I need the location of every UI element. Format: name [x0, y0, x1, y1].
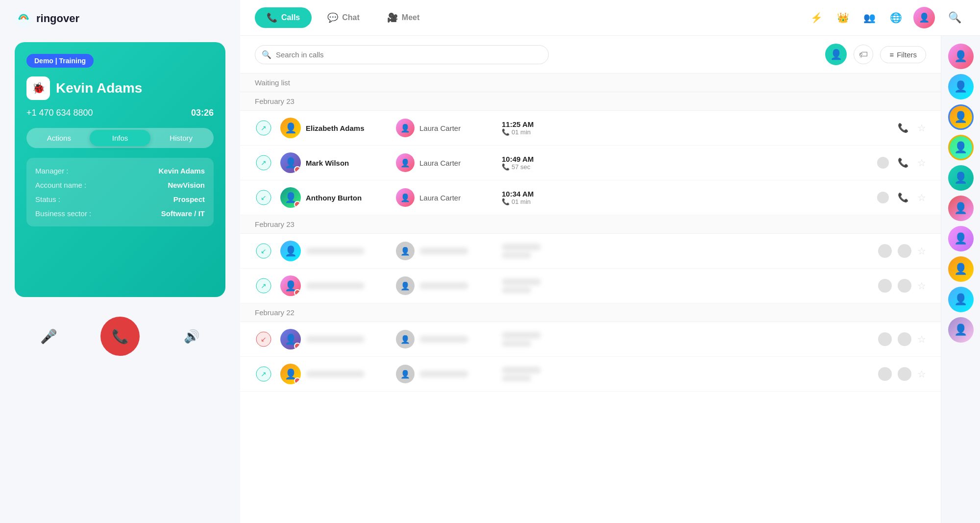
team-icon-button[interactable]: 👥 — [860, 9, 878, 26]
right-avatar-7[interactable]: 👤 — [948, 226, 974, 251]
table-row[interactable]: ↗ 👤 Mark Wilson 👤 Laura Carter 10:49 AM — [240, 146, 941, 180]
search-button[interactable]: 🔍 — [944, 7, 965, 28]
right-avatar-2[interactable]: 👤 — [948, 74, 974, 100]
star-button-blurred-4[interactable]: ☆ — [917, 368, 926, 380]
svg-point-1 — [19, 18, 21, 20]
lightning-icon-button[interactable]: ⚡ — [808, 9, 825, 26]
call-time-info-1: 11:25 AM 📞01 min — [502, 120, 570, 136]
caller-info: 🐞 Kevin Adams — [26, 76, 214, 100]
tag-button[interactable]: 🏷 — [854, 45, 873, 64]
blurred-name-1 — [306, 248, 365, 254]
agent-info-2: 👤 Laura Carter — [396, 153, 494, 172]
contact-name-elizabeth: Elizabeth Adams — [306, 124, 364, 132]
outgoing-call-icon: ↗ — [256, 120, 271, 136]
blurred-dur-bar-1 — [502, 252, 531, 258]
duration-icon-3: 📞 — [502, 198, 510, 205]
globe-icon-button[interactable]: 🌐 — [887, 9, 905, 26]
svg-text:↗: ↗ — [261, 370, 267, 378]
filters-label: Filters — [897, 50, 917, 59]
blurred-time-bar-2 — [502, 278, 541, 285]
svg-text:↗: ↗ — [261, 159, 267, 167]
right-avatar-3[interactable]: 👤 — [948, 104, 974, 130]
speaker-button[interactable]: 🔊 — [176, 321, 207, 352]
svg-text:↗: ↗ — [261, 124, 267, 132]
blurred-agent-1: 👤 — [396, 242, 494, 260]
user-avatar[interactable]: 👤 — [913, 7, 935, 28]
right-avatar-5[interactable]: 👤 — [948, 165, 974, 191]
call-time-2: 10:49 AM — [502, 155, 570, 163]
duration-phone-icon: 📞 — [502, 128, 510, 136]
filters-button[interactable]: ≡ Filters — [880, 46, 926, 63]
star-button-1[interactable]: ☆ — [917, 122, 926, 134]
tab-infos[interactable]: Infos — [90, 130, 151, 146]
blurred-agent-avatar-2: 👤 — [396, 276, 415, 295]
blurred-agent-4: 👤 — [396, 365, 494, 383]
blurred-actions-2: ☆ — [878, 279, 926, 293]
search-container: 🔍 — [255, 45, 549, 64]
callback-button-1[interactable]: 📞 — [895, 120, 911, 136]
nav-tab-calls[interactable]: 📞 Calls — [255, 7, 312, 28]
star-button-blurred-1[interactable]: ☆ — [917, 245, 926, 257]
call-type-incoming-3: ↙ — [255, 189, 272, 206]
section-waiting-list: Waiting list — [240, 74, 941, 92]
contact-info-mark: 👤 Mark Wilson — [280, 152, 388, 173]
filter-controls: 👤 🏷 ≡ Filters — [825, 44, 926, 65]
duration-icon-2: 📞 — [502, 163, 510, 171]
right-avatar-4[interactable]: 👤 — [948, 135, 974, 160]
star-button-2[interactable]: ☆ — [917, 157, 926, 169]
call-actions-3: 📞 ☆ — [877, 189, 926, 206]
star-button-blurred-2[interactable]: ☆ — [917, 280, 926, 292]
star-button-3[interactable]: ☆ — [917, 192, 926, 203]
manager-value: Kevin Adams — [96, 167, 205, 175]
right-avatar-6[interactable]: 👤 — [948, 196, 974, 221]
table-row: ↗ 👤 👤 — [240, 269, 941, 303]
contact-avatar-elizabeth: 👤 — [280, 118, 301, 138]
tab-history[interactable]: History — [150, 130, 212, 146]
blurred-contact-4: 👤 — [280, 364, 388, 384]
agent-name-1: Laura Carter — [419, 124, 461, 132]
contact-info-anthony: 👤 Anthony Burton — [280, 187, 388, 208]
call-type-outgoing-2: ↗ — [255, 154, 272, 172]
nav-tab-chat[interactable]: 💬 Chat — [316, 7, 371, 28]
hangup-button[interactable]: 📞 — [100, 317, 140, 356]
blurred-avatar-4: 👤 — [280, 364, 301, 384]
blurred-call-icon-3: ↙ — [255, 330, 272, 348]
blurred-actions-4: ☆ — [878, 367, 926, 381]
right-avatar-10[interactable]: 👤 — [948, 317, 974, 343]
sector-value: Software / IT — [96, 209, 205, 218]
call-type-outgoing: ↗ — [255, 119, 272, 137]
mute-button[interactable]: 🎤 — [33, 321, 64, 352]
right-avatar-9[interactable]: 👤 — [948, 287, 974, 312]
blurred-dot-2 — [898, 244, 911, 258]
table-row[interactable]: ↙ 👤 Anthony Burton 👤 Laura Carter 10:34 … — [240, 180, 941, 215]
right-avatar-8[interactable]: 👤 — [948, 256, 974, 282]
search-input[interactable] — [255, 45, 549, 64]
blurred-call-icon-4: ↗ — [255, 365, 272, 383]
search-magnifier-icon: 🔍 — [262, 50, 271, 59]
callback-button-3[interactable]: 📞 — [895, 189, 911, 206]
tab-actions[interactable]: Actions — [28, 130, 90, 146]
crown-icon-button[interactable]: 👑 — [834, 9, 852, 26]
nav-tab-meet[interactable]: 🎥 Meet — [375, 7, 431, 28]
top-nav: 📞 Calls 💬 Chat 🎥 Meet ⚡ 👑 👥 🌐 👤 🔍 — [240, 0, 980, 36]
agent-avatar-3: 👤 — [396, 188, 415, 207]
right-avatar-1[interactable]: 👤 — [948, 44, 974, 69]
blurred-contact-3: 👤 — [280, 329, 388, 349]
blurred-time-bar-3 — [502, 332, 541, 339]
filter-avatar[interactable]: 👤 — [825, 44, 847, 65]
callback-button-2[interactable]: 📞 — [895, 154, 911, 171]
blurred-badge — [294, 289, 301, 296]
caller-logo-icon: 🐞 — [26, 76, 50, 100]
filter-avatar-img: 👤 — [830, 49, 842, 60]
logo-text: ringover — [36, 12, 79, 25]
call-controls: 🎤 📞 🔊 — [15, 312, 225, 361]
svg-point-0 — [15, 10, 32, 27]
account-value: NewVision — [96, 181, 205, 189]
calls-panel: 🔍 👤 🏷 ≡ Filters Waiting list Febru — [240, 36, 980, 523]
table-row: ↙ 👤 👤 — [240, 322, 941, 357]
table-row[interactable]: ↗ 👤 Elizabeth Adams 👤 Laura Carter 11:25… — [240, 111, 941, 146]
star-button-blurred-3[interactable]: ☆ — [917, 333, 926, 345]
section-feb23-1: February 23 — [240, 92, 941, 111]
info-grid: Manager : Kevin Adams Account name : New… — [26, 158, 214, 226]
table-row: ↙ 👤 👤 ☆ — [240, 234, 941, 269]
